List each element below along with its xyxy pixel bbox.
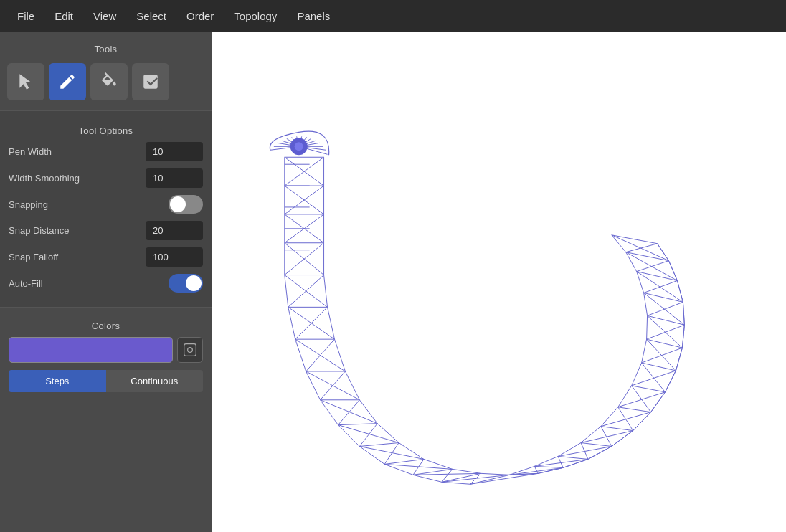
svg-line-99	[647, 339, 676, 371]
menu-topology[interactable]: Topology	[224, 6, 287, 27]
svg-line-105	[637, 272, 683, 303]
svg-line-76	[632, 386, 666, 392]
snap-distance-row: Snap Distance	[9, 221, 203, 240]
auto-fill-label: Auto-Fill	[9, 278, 43, 289]
svg-line-104	[644, 281, 678, 293]
color-swatch[interactable]	[9, 337, 173, 363]
svg-line-106	[637, 261, 669, 272]
menu-file[interactable]: File	[7, 6, 44, 27]
snap-falloff-input[interactable]	[146, 247, 203, 267]
svg-line-95	[632, 386, 651, 412]
snap-falloff-label: Snap Falloff	[9, 252, 58, 262]
pen-icon	[58, 72, 77, 91]
colors-title: Colors	[9, 313, 203, 337]
auto-fill-toggle-thumb	[186, 275, 202, 291]
svg-line-82	[626, 252, 669, 261]
svg-line-68	[470, 473, 539, 484]
snapping-label: Snapping	[9, 199, 48, 210]
svg-line-101	[648, 315, 683, 348]
svg-point-1	[188, 348, 193, 353]
snapping-toggle[interactable]	[169, 195, 203, 214]
menu-select[interactable]: Select	[126, 6, 176, 27]
main-layout: Tools	[0, 32, 786, 532]
colors-section: Colors Steps Continuous	[0, 307, 212, 398]
width-smoothing-input[interactable]	[146, 168, 203, 188]
width-smoothing-label: Width Smoothing	[9, 173, 80, 184]
width-smoothing-row: Width Smoothing	[9, 168, 203, 188]
svg-line-81	[637, 272, 678, 281]
fill-icon	[100, 72, 118, 91]
svg-line-55	[321, 371, 346, 400]
color-picker-button[interactable]	[177, 337, 203, 363]
menu-view[interactable]: View	[83, 6, 126, 27]
svg-line-39	[470, 475, 510, 484]
snapping-row: Snapping	[9, 195, 203, 214]
menu-order[interactable]: Order	[176, 6, 224, 27]
snap-distance-input[interactable]	[146, 221, 203, 240]
snapping-toggle-thumb	[170, 196, 186, 212]
pen-width-label: Pen Width	[9, 146, 52, 157]
canvas-area[interactable]	[212, 32, 786, 532]
color-mode-tabs: Steps Continuous	[9, 370, 203, 392]
svg-line-74	[601, 427, 633, 431]
svg-line-72	[558, 456, 588, 459]
snap-distance-label: Snap Distance	[9, 225, 70, 236]
pen-width-input[interactable]	[146, 142, 203, 161]
select-tool-button[interactable]	[7, 63, 44, 100]
svg-line-36	[384, 459, 424, 464]
svg-line-51	[295, 307, 328, 339]
continuous-tab[interactable]: Continuous	[106, 370, 204, 392]
svg-point-24	[295, 142, 303, 151]
pen-tool-button[interactable]	[49, 63, 86, 100]
svg-line-57	[338, 400, 359, 425]
tool-options-section: Tool Options Pen Width Width Smoothing S…	[0, 110, 212, 307]
auto-fill-row: Auto-Fill	[9, 274, 203, 293]
svg-line-49	[288, 275, 324, 308]
svg-line-73	[581, 443, 612, 447]
svg-line-53	[306, 339, 335, 371]
corner-icon	[141, 72, 160, 91]
steps-tab[interactable]: Steps	[9, 370, 106, 392]
tools-grid	[7, 60, 204, 103]
svg-line-75	[618, 407, 651, 412]
menu-edit[interactable]: Edit	[44, 6, 83, 27]
sidebar: Tools	[0, 32, 212, 532]
svg-line-85	[534, 466, 538, 473]
tools-title: Tools	[7, 37, 204, 60]
svg-line-71	[534, 466, 563, 467]
svg-line-83	[612, 235, 658, 244]
arrow-icon	[16, 72, 35, 91]
color-row	[9, 337, 203, 363]
svg-line-108	[626, 244, 658, 252]
corner-tool-button[interactable]	[132, 63, 169, 100]
svg-line-78	[647, 339, 683, 348]
menubar: File Edit View Select Order Topology Pan…	[0, 0, 786, 32]
pen-width-row: Pen Width	[9, 142, 203, 161]
tool-options-title: Tool Options	[9, 118, 203, 142]
eyedropper-icon	[183, 343, 197, 357]
auto-fill-toggle[interactable]	[169, 274, 203, 293]
svg-line-59	[359, 424, 377, 447]
svg-rect-0	[184, 344, 196, 356]
snap-falloff-row: Snap Falloff	[9, 247, 203, 267]
tools-section: Tools	[0, 32, 212, 110]
canvas-svg	[212, 32, 786, 532]
svg-line-87	[558, 456, 563, 467]
menu-panels[interactable]: Panels	[287, 6, 340, 27]
fill-tool-button[interactable]	[90, 63, 128, 100]
svg-line-93	[618, 407, 633, 431]
svg-line-35	[359, 443, 399, 447]
svg-line-102	[648, 302, 683, 315]
svg-line-34	[338, 424, 377, 425]
